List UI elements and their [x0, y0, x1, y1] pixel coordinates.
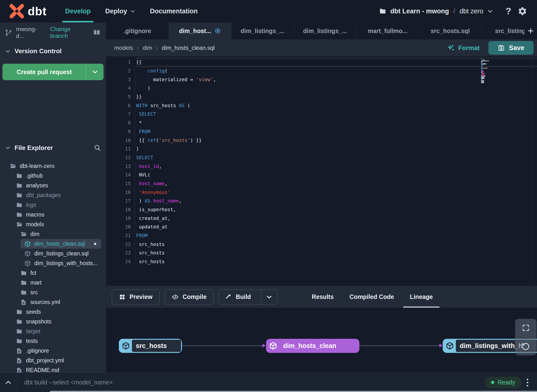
code-line[interactable]: 1{{ — [106, 58, 537, 67]
project-switcher[interactable]: dbt Learn - mwong / dbt zero — [379, 8, 493, 15]
panel-tab-results[interactable]: Results — [312, 286, 334, 308]
breadcrumb-item[interactable]: dim — [143, 44, 152, 51]
format-button[interactable]: Format — [447, 44, 480, 52]
editor-tab[interactable]: .gitignore — [106, 22, 169, 39]
code-line[interactable]: 20 updated_at — [106, 223, 537, 231]
dbt-logo[interactable]: dbt — [9, 4, 58, 19]
fullscreen-icon[interactable] — [522, 324, 530, 332]
file-row[interactable]: dim_listings_clean.sql — [0, 249, 106, 258]
status-badge[interactable]: Ready — [485, 377, 521, 388]
file-row[interactable]: seeds — [0, 307, 106, 317]
editor-tab[interactable]: dim_listings_... — [294, 22, 357, 39]
code-line[interactable]: 13 host_id, — [106, 162, 537, 171]
line-number: 5 — [106, 94, 131, 100]
folder-icon — [16, 211, 23, 218]
build-main[interactable]: Build — [219, 290, 257, 304]
build-options-caret[interactable] — [261, 290, 277, 304]
code-line[interactable]: 18 is_superhost, — [106, 205, 537, 214]
preview-button[interactable]: Preview — [112, 289, 160, 305]
horizontal-scrollbar[interactable] — [50, 391, 537, 392]
breadcrumb-item[interactable]: dim_hosts_clean.sql — [162, 44, 215, 51]
code-line[interactable]: 2 config( — [106, 67, 537, 75]
docs-book-icon[interactable] — [92, 29, 101, 36]
chevron-up-icon[interactable] — [0, 373, 17, 392]
file-row[interactable]: snapshots — [0, 317, 106, 326]
file-row[interactable]: .gitignore — [0, 346, 106, 356]
gear-icon[interactable] — [518, 6, 527, 16]
editor-tab[interactable]: mart_fullmo... — [356, 22, 419, 39]
build-button[interactable]: Build — [218, 289, 277, 305]
code-line[interactable]: 24 src_hosts — [106, 257, 537, 266]
file-row[interactable]: target — [0, 326, 106, 336]
lineage-node[interactable]: src_hosts — [119, 339, 182, 353]
command-input[interactable]: dbt build --select <model_name> — [24, 379, 113, 386]
editor-tab[interactable]: dim_host... — [169, 22, 232, 39]
compile-button[interactable]: Compile — [165, 289, 214, 305]
code-text: src_hosts — [136, 257, 537, 266]
code-line[interactable]: 10 {{ ref('src_hosts') }} — [106, 136, 537, 145]
file-row[interactable]: analyses — [0, 181, 106, 190]
save-button[interactable]: Save — [488, 41, 534, 55]
code-line[interactable]: 7 SELECT — [106, 110, 537, 119]
code-line[interactable]: 17 ) AS host_name, — [106, 197, 537, 205]
search-icon[interactable] — [94, 144, 101, 151]
panel-tab-lineage[interactable]: Lineage — [410, 286, 433, 308]
code-line[interactable]: 19 created_at, — [106, 214, 537, 223]
lineage-panel[interactable]: src_hostsdim_hosts_cleandim_listings_wit… — [106, 308, 537, 373]
code-line[interactable]: 12SELECT — [106, 153, 537, 162]
minimap-line — [481, 82, 496, 83]
code-line[interactable]: 15 host_name, — [106, 179, 537, 188]
file-row[interactable]: logs — [0, 200, 106, 210]
code-line[interactable]: 14 NVL( — [106, 171, 537, 179]
file-row[interactable]: .github — [0, 171, 106, 181]
file-row[interactable]: dim — [0, 229, 106, 239]
code-line[interactable]: 11) — [106, 145, 537, 153]
code-line[interactable]: 22 src_hosts — [106, 240, 537, 249]
file-row[interactable]: sources.yml — [0, 297, 106, 307]
editor-tab[interactable]: dim_listings_... — [231, 22, 294, 39]
file-row[interactable]: dim_listings_with_hosts... — [0, 258, 106, 268]
file-row[interactable]: dbt_project.yml — [0, 356, 106, 365]
file-icon — [16, 367, 23, 373]
file-row[interactable]: models — [0, 219, 106, 229]
file-row[interactable]: macros — [0, 210, 106, 219]
editor-minimap[interactable] — [481, 58, 496, 83]
code-line[interactable]: 23 src_hosts — [106, 249, 537, 257]
code-line[interactable]: 6WITH src_hosts AS ( — [106, 101, 537, 110]
help-icon[interactable]: ? — [506, 6, 511, 17]
code-line[interactable]: 8 * — [106, 119, 537, 127]
code-line[interactable]: 5}} — [106, 93, 537, 101]
file-row[interactable]: src — [0, 287, 106, 297]
file-row[interactable]: dim_hosts_clean.sql — [20, 239, 101, 249]
code-line[interactable]: 3 materialized = 'view', — [106, 75, 537, 84]
change-branch-link[interactable]: Change branch — [50, 26, 88, 39]
code-line[interactable]: 9 FROM — [106, 127, 537, 136]
code-editor[interactable]: 1{{2 config(3 materialized = 'view',4 )5… — [106, 56, 537, 286]
kebab-menu-icon[interactable] — [527, 379, 528, 386]
panel-tab-compiled-code[interactable]: Compiled Code — [349, 286, 394, 308]
pull-request-caret-button[interactable] — [86, 64, 104, 80]
status-area: Ready — [485, 377, 528, 388]
file-explorer-header[interactable]: File Explorer — [0, 138, 106, 158]
file-row[interactable]: dbt_packages — [0, 190, 106, 200]
code-line[interactable]: 16 'Anonymous' — [106, 188, 537, 197]
file-row[interactable]: fct — [0, 268, 106, 278]
lineage-node[interactable]: dim_hosts_clean — [266, 339, 359, 353]
nav-item-deploy[interactable]: Deploy — [98, 0, 143, 22]
nav-item-documentation[interactable]: Documentation — [143, 0, 205, 22]
nav-item-develop[interactable]: Develop — [58, 0, 98, 22]
create-pull-request-button[interactable]: Create pull request — [2, 64, 104, 80]
file-row[interactable]: README.md — [0, 365, 106, 373]
breadcrumb-item[interactable]: models — [114, 44, 133, 51]
file-row[interactable]: dbt-learn-zero — [0, 161, 106, 171]
folder-icon — [16, 192, 23, 199]
version-control-header[interactable]: Version Control — [0, 43, 106, 60]
code-line[interactable]: 4 ) — [106, 84, 537, 93]
new-tab-button[interactable] — [524, 22, 537, 39]
editor-tab[interactable]: src_hosts.sql — [419, 22, 482, 39]
editor-scrollbar[interactable] — [531, 56, 531, 286]
code-line[interactable]: 21FROM — [106, 231, 537, 240]
undo-icon[interactable] — [521, 342, 530, 350]
file-row[interactable]: tests — [0, 336, 106, 346]
file-row[interactable]: mart — [0, 278, 106, 287]
